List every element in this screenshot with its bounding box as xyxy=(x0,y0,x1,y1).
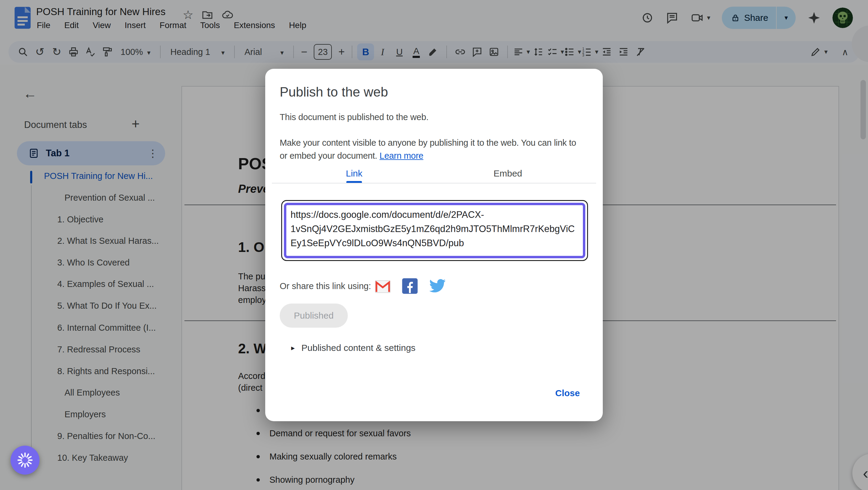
publish-status-text: This document is published to the web. xyxy=(280,112,429,122)
tab-embed[interactable]: Embed xyxy=(478,168,538,179)
published-button[interactable]: Published xyxy=(280,304,348,328)
facebook-share-icon[interactable] xyxy=(401,278,418,294)
gemini-help-button[interactable] xyxy=(10,445,39,474)
tab-link[interactable]: Link xyxy=(324,168,384,179)
expand-arrow-icon xyxy=(291,344,295,352)
starburst-icon xyxy=(16,451,34,469)
published-url-text[interactable]: https://docs.google.com/document/d/e/2PA… xyxy=(290,208,575,250)
learn-more-link[interactable]: Learn more xyxy=(379,151,423,161)
gmail-share-icon[interactable] xyxy=(374,279,391,296)
share-link-prompt: Or share this link using: xyxy=(280,281,371,291)
published-content-settings-toggle[interactable]: Published content & settings xyxy=(291,343,415,353)
twitter-share-icon[interactable] xyxy=(429,279,445,296)
dialog-title: Publish to the web xyxy=(280,85,388,99)
tab-divider xyxy=(272,183,596,183)
publish-to-web-dialog: Publish to the web This document is publ… xyxy=(265,69,603,421)
close-button[interactable]: Close xyxy=(555,388,580,398)
google-docs-app: POSH Training for New Hires File Edit Vi… xyxy=(0,0,868,490)
dialog-description: Make your content visible to anyone by p… xyxy=(280,136,576,162)
